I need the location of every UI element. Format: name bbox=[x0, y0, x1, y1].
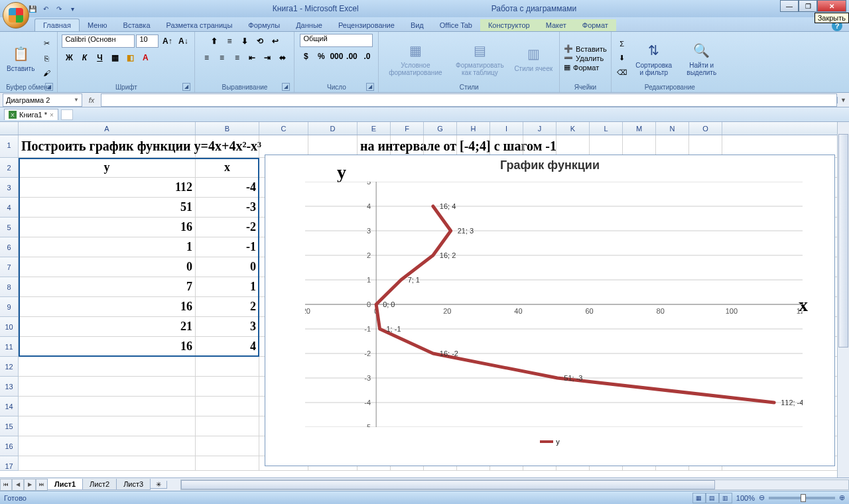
format-cells-button[interactable]: ▦Формат bbox=[564, 63, 607, 72]
view-normal-button[interactable]: ▦ bbox=[692, 493, 706, 503]
wrap-text-button[interactable]: ↩ bbox=[268, 34, 283, 48]
alignment-launcher-icon[interactable]: ◢ bbox=[282, 83, 290, 91]
align-middle-button[interactable]: ≡ bbox=[222, 34, 237, 48]
tab-menu[interactable]: Меню bbox=[80, 19, 115, 31]
font-launcher-icon[interactable]: ◢ bbox=[182, 83, 190, 91]
sheet-nav-last-button[interactable]: ⏭ bbox=[36, 479, 48, 491]
formula-input[interactable] bbox=[101, 94, 837, 107]
chart-object[interactable]: График функции y x -5-4-3-2-1012345-2002… bbox=[265, 155, 835, 466]
tab-review[interactable]: Рецензирование bbox=[330, 19, 403, 31]
row-header[interactable]: 16 bbox=[0, 436, 19, 456]
cut-button[interactable]: ✂ bbox=[40, 37, 53, 50]
underline-button[interactable]: Ч bbox=[92, 50, 107, 65]
orientation-button[interactable]: ⟲ bbox=[253, 34, 267, 48]
column-header[interactable]: G bbox=[424, 122, 457, 135]
row-header[interactable]: 13 bbox=[0, 377, 19, 397]
formula-bar-expand-icon[interactable]: ▼ bbox=[837, 97, 849, 103]
column-header[interactable]: I bbox=[490, 122, 523, 135]
vscroll-thumb[interactable] bbox=[838, 134, 848, 347]
cell[interactable] bbox=[196, 416, 259, 436]
row-header[interactable]: 17 bbox=[0, 456, 19, 471]
cell[interactable]: -2 bbox=[196, 218, 259, 237]
cell[interactable]: 16 bbox=[19, 297, 196, 316]
column-header[interactable]: M bbox=[623, 122, 656, 135]
cell[interactable]: y bbox=[19, 158, 196, 177]
zoom-level[interactable]: 100% bbox=[736, 494, 755, 502]
font-color-button[interactable]: A bbox=[138, 50, 153, 65]
row-header[interactable]: 5 bbox=[0, 218, 19, 237]
column-header[interactable]: K bbox=[556, 122, 590, 135]
row-header[interactable]: 9 bbox=[0, 297, 19, 317]
row-header[interactable]: 6 bbox=[0, 237, 19, 257]
qat-redo-icon[interactable]: ↷ bbox=[53, 3, 65, 15]
tab-chart-design[interactable]: Конструктор bbox=[480, 19, 538, 31]
cell[interactable] bbox=[196, 397, 259, 416]
tab-chart-format[interactable]: Формат bbox=[574, 19, 616, 31]
column-header[interactable]: L bbox=[590, 122, 623, 135]
cell[interactable]: 51 bbox=[19, 198, 196, 217]
sheet-tab-2[interactable]: Лист2 bbox=[82, 479, 117, 490]
name-box-dropdown-icon[interactable]: ▼ bbox=[74, 97, 79, 103]
autosum-button[interactable]: Σ bbox=[616, 37, 629, 50]
sort-filter-button[interactable]: ⇅Сортировка и фильтр bbox=[631, 39, 677, 78]
bold-button[interactable]: Ж bbox=[62, 50, 76, 65]
font-size-combo[interactable]: 10 bbox=[136, 34, 159, 48]
cell[interactable] bbox=[196, 377, 259, 396]
cells-area[interactable]: График функции y x -5-4-3-2-1012345-2002… bbox=[19, 135, 849, 477]
view-page-layout-button[interactable]: ▤ bbox=[706, 493, 719, 503]
column-header[interactable]: N bbox=[656, 122, 689, 135]
chart-legend[interactable]: y bbox=[265, 438, 834, 446]
zoom-in-button[interactable]: ⊕ bbox=[839, 493, 845, 502]
number-launcher-icon[interactable]: ◢ bbox=[366, 83, 374, 91]
merge-button[interactable]: ⬌ bbox=[275, 50, 290, 65]
close-tab-icon[interactable]: × bbox=[50, 111, 54, 119]
sheet-nav-prev-button[interactable]: ◀ bbox=[12, 479, 24, 491]
cell[interactable]: -1 bbox=[196, 237, 259, 257]
cell[interactable]: 16 bbox=[19, 337, 196, 356]
number-format-combo[interactable]: Общий bbox=[300, 34, 373, 47]
clear-button[interactable]: ⌫ bbox=[616, 66, 629, 80]
window-restore-button[interactable]: ❐ bbox=[799, 0, 817, 12]
cell[interactable]: 3 bbox=[196, 317, 259, 336]
align-center-button[interactable]: ≡ bbox=[214, 50, 229, 65]
sheet-tab-1[interactable]: Лист1 bbox=[47, 479, 83, 490]
copy-button[interactable]: ⎘ bbox=[40, 52, 53, 65]
cell[interactable]: x bbox=[196, 158, 259, 177]
row-header[interactable]: 10 bbox=[0, 317, 19, 337]
comma-button[interactable]: 000 bbox=[329, 49, 344, 64]
delete-cells-button[interactable]: ➖Удалить bbox=[564, 54, 607, 62]
qat-undo-icon[interactable]: ↶ bbox=[40, 3, 52, 15]
cell[interactable] bbox=[19, 397, 196, 416]
cell[interactable]: -4 bbox=[196, 178, 259, 197]
shrink-font-button[interactable]: A↓ bbox=[176, 34, 190, 48]
window-close-button[interactable]: ✕ bbox=[817, 0, 846, 12]
decrease-decimal-button[interactable]: .0 bbox=[359, 49, 374, 64]
increase-decimal-button[interactable]: .00 bbox=[344, 49, 359, 64]
align-bottom-button[interactable]: ⬇ bbox=[237, 34, 252, 48]
horizontal-scrollbar[interactable] bbox=[180, 479, 849, 490]
column-header[interactable]: F bbox=[391, 122, 424, 135]
new-sheet-button[interactable]: ✳ bbox=[150, 481, 167, 489]
document-tab[interactable]: X Книга1 * × bbox=[4, 109, 58, 120]
tab-data[interactable]: Данные bbox=[288, 19, 330, 31]
find-select-button[interactable]: 🔍Найти и выделить bbox=[679, 39, 724, 78]
grow-font-button[interactable]: A↑ bbox=[160, 34, 174, 48]
cell[interactable] bbox=[19, 436, 196, 456]
format-painter-button[interactable]: 🖌 bbox=[40, 66, 53, 80]
cell[interactable] bbox=[19, 357, 196, 376]
increase-indent-button[interactable]: ⇥ bbox=[260, 50, 275, 65]
row-header[interactable]: 4 bbox=[0, 198, 19, 218]
decrease-indent-button[interactable]: ⇤ bbox=[245, 50, 259, 65]
select-all-button[interactable] bbox=[0, 122, 19, 135]
insert-cells-button[interactable]: ➕Вставить bbox=[564, 44, 607, 53]
cell[interactable]: 1 bbox=[19, 237, 196, 257]
cell[interactable]: 0 bbox=[196, 257, 259, 277]
row-header[interactable]: 8 bbox=[0, 277, 19, 297]
cell[interactable]: 1 bbox=[196, 277, 259, 296]
cell[interactable] bbox=[19, 456, 196, 470]
zoom-slider[interactable] bbox=[769, 497, 835, 499]
cell[interactable] bbox=[19, 377, 196, 396]
tab-page-layout[interactable]: Разметка страницы bbox=[159, 19, 241, 31]
format-as-table-button[interactable]: ▤Форматировать как таблицу bbox=[450, 39, 509, 78]
hscroll-thumb[interactable] bbox=[181, 480, 715, 489]
